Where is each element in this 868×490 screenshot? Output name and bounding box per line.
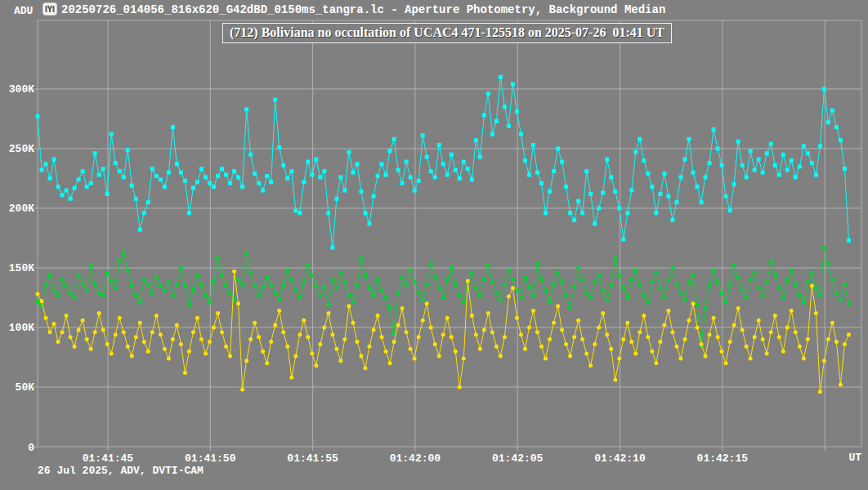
data-point-green[interactable] <box>629 278 633 282</box>
data-point-green[interactable] <box>462 301 466 305</box>
data-point-yellow[interactable] <box>298 332 302 336</box>
data-point-cyan[interactable] <box>183 179 187 183</box>
data-point-green[interactable] <box>486 264 490 268</box>
data-point-yellow[interactable] <box>454 350 458 354</box>
data-point-yellow[interactable] <box>114 332 118 336</box>
data-point-green[interactable] <box>556 270 560 274</box>
data-point-yellow[interactable] <box>486 311 490 315</box>
data-point-green[interactable] <box>281 283 285 287</box>
data-point-yellow[interactable] <box>765 352 769 356</box>
data-point-yellow[interactable] <box>405 330 409 334</box>
data-point-yellow[interactable] <box>277 309 281 313</box>
data-point-cyan[interactable] <box>400 181 405 185</box>
data-point-cyan[interactable] <box>187 211 191 215</box>
data-point-green[interactable] <box>44 283 48 287</box>
data-point-cyan[interactable] <box>52 158 56 162</box>
data-point-green[interactable] <box>515 288 519 292</box>
data-point-yellow[interactable] <box>236 301 240 305</box>
data-point-yellow[interactable] <box>265 361 269 365</box>
data-point-yellow[interactable] <box>834 340 839 344</box>
data-point-yellow[interactable] <box>629 340 633 344</box>
data-point-cyan[interactable] <box>724 194 728 198</box>
data-point-yellow[interactable] <box>269 340 273 344</box>
data-point-yellow[interactable] <box>666 309 670 313</box>
data-point-cyan[interactable] <box>330 246 334 250</box>
data-point-yellow[interactable] <box>273 323 277 327</box>
data-point-yellow[interactable] <box>289 376 293 380</box>
data-point-green[interactable] <box>240 283 244 287</box>
data-point-yellow[interactable] <box>167 356 171 360</box>
data-point-yellow[interactable] <box>798 345 802 349</box>
data-point-cyan[interactable] <box>413 189 417 193</box>
data-point-yellow[interactable] <box>678 356 682 360</box>
data-point-yellow[interactable] <box>126 345 130 349</box>
data-point-yellow[interactable] <box>839 383 843 387</box>
data-point-yellow[interactable] <box>421 318 425 323</box>
data-point-yellow[interactable] <box>437 354 441 359</box>
data-point-green[interactable] <box>666 278 670 282</box>
data-point-yellow[interactable] <box>445 316 450 320</box>
data-point-green[interactable] <box>687 280 691 284</box>
data-point-cyan[interactable] <box>802 145 806 149</box>
data-point-yellow[interactable] <box>548 337 552 341</box>
data-point-yellow[interactable] <box>220 330 224 334</box>
data-point-cyan[interactable] <box>704 176 708 180</box>
data-point-green[interactable] <box>413 280 417 284</box>
data-point-yellow[interactable] <box>617 356 621 360</box>
data-point-cyan[interactable] <box>470 177 474 181</box>
data-point-cyan[interactable] <box>302 180 306 184</box>
data-point-cyan[interactable] <box>646 172 650 176</box>
data-point-cyan[interactable] <box>736 140 740 144</box>
data-point-green[interactable] <box>539 278 544 282</box>
data-point-yellow[interactable] <box>122 330 126 334</box>
data-point-yellow[interactable] <box>535 330 539 334</box>
data-point-yellow[interactable] <box>441 332 445 336</box>
data-point-yellow[interactable] <box>462 356 466 360</box>
data-point-yellow[interactable] <box>417 335 421 339</box>
data-point-green[interactable] <box>204 293 208 297</box>
data-point-yellow[interactable] <box>704 354 708 359</box>
data-point-cyan[interactable] <box>118 169 122 173</box>
data-point-green[interactable] <box>777 286 781 290</box>
data-point-yellow[interactable] <box>700 342 704 346</box>
data-point-yellow[interactable] <box>527 325 531 329</box>
data-point-cyan[interactable] <box>342 189 347 193</box>
data-point-cyan[interactable] <box>826 120 830 124</box>
data-point-green[interactable] <box>69 291 73 295</box>
data-point-yellow[interactable] <box>576 318 580 323</box>
data-point-cyan[interactable] <box>146 200 150 204</box>
data-point-cyan[interactable] <box>216 174 220 178</box>
data-point-green[interactable] <box>564 293 568 297</box>
data-point-green[interactable] <box>818 293 822 297</box>
data-point-yellow[interactable] <box>73 345 77 349</box>
data-point-yellow[interactable] <box>261 350 265 354</box>
data-point-cyan[interactable] <box>633 150 638 154</box>
data-point-cyan[interactable] <box>847 238 851 243</box>
data-point-green[interactable] <box>691 273 695 277</box>
data-point-green[interactable] <box>572 285 576 289</box>
data-point-yellow[interactable] <box>380 335 384 339</box>
data-point-yellow[interactable] <box>621 337 625 341</box>
data-point-cyan[interactable] <box>351 171 355 175</box>
data-point-cyan[interactable] <box>560 160 564 164</box>
data-point-yellow[interactable] <box>658 340 662 344</box>
data-point-green[interactable] <box>625 296 629 300</box>
data-point-green[interactable] <box>433 275 437 279</box>
data-point-yellow[interactable] <box>228 354 232 359</box>
data-point-cyan[interactable] <box>806 151 810 155</box>
data-point-green[interactable] <box>384 296 388 300</box>
data-point-yellow[interactable] <box>544 356 548 360</box>
data-point-green[interactable] <box>142 278 146 282</box>
data-point-yellow[interactable] <box>790 309 794 313</box>
data-point-green[interactable] <box>110 279 114 283</box>
data-point-yellow[interactable] <box>560 327 564 332</box>
data-point-cyan[interactable] <box>798 164 802 168</box>
data-point-green[interactable] <box>52 288 56 292</box>
data-point-green[interactable] <box>298 296 302 300</box>
data-point-green[interactable] <box>122 250 126 254</box>
data-point-cyan[interactable] <box>535 171 539 175</box>
data-point-green[interactable] <box>228 291 232 295</box>
data-point-cyan[interactable] <box>334 197 338 201</box>
data-point-cyan[interactable] <box>609 176 613 180</box>
data-point-yellow[interactable] <box>466 279 470 283</box>
